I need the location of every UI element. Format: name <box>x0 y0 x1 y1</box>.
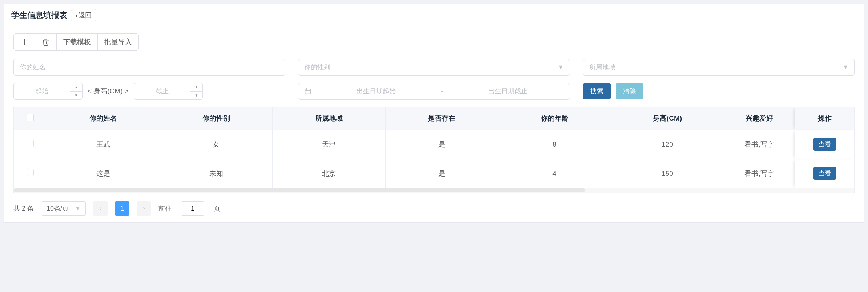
view-button[interactable]: 查看 <box>813 167 836 180</box>
page-size-select[interactable]: 10条/页 ▼ <box>41 201 86 216</box>
table-wrap: 你的姓名 你的性别 所属地域 是否存在 你的年龄 身高(CM) 兴趣爱好 操作 … <box>13 107 855 193</box>
goto-prefix: 前往 <box>158 204 172 213</box>
height-to-stepper[interactable]: 截止 ▲ ▼ <box>134 83 203 100</box>
back-button[interactable]: ‹ 返回 <box>71 9 96 21</box>
horizontal-scrollbar[interactable] <box>13 188 855 193</box>
filter-row-1: 你的性别 ▼ 所属地域 ▼ <box>13 59 855 76</box>
cell-name: 这是 <box>47 159 160 188</box>
bulk-import-button[interactable]: 批量导入 <box>98 33 139 51</box>
height-from-stepper[interactable]: 起始 ▲ ▼ <box>13 83 83 100</box>
col-gender: 你的性别 <box>160 107 272 130</box>
height-to-value: 截止 <box>134 83 190 99</box>
col-age: 你的年龄 <box>498 107 611 130</box>
birth-from-placeholder: 出生日期起始 <box>320 87 432 96</box>
region-select-placeholder: 所属地域 <box>589 63 615 72</box>
table-header-row: 你的姓名 你的性别 所属地域 是否存在 你的年龄 身高(CM) 兴趣爱好 操作 <box>14 107 855 130</box>
birth-range-sep: - <box>441 88 443 95</box>
step-down-icon[interactable]: ▼ <box>190 91 202 100</box>
scrollbar-thumb[interactable] <box>14 188 585 192</box>
cell-hobby: 看书,写字 <box>724 159 795 188</box>
col-name: 你的姓名 <box>47 107 160 130</box>
birth-date-range[interactable]: 出生日期起始 - 出生日期截止 <box>298 83 570 100</box>
cell-height: 120 <box>611 130 724 159</box>
panel-header: 学生信息填报表 ‹ 返回 <box>4 4 864 27</box>
next-page-button[interactable]: › <box>137 201 151 216</box>
add-button[interactable] <box>13 33 35 51</box>
page-title: 学生信息填报表 <box>11 10 67 21</box>
table-row: 这是 未知 北京 是 4 150 看书,写字 查看 <box>14 159 855 188</box>
cell-name: 王武 <box>47 130 160 159</box>
cell-region: 天津 <box>273 130 385 159</box>
gender-select[interactable]: 你的性别 ▼ <box>298 59 570 76</box>
col-hobby: 兴趣爱好 <box>724 107 795 130</box>
height-range-label: < 身高(CM) > <box>86 86 130 96</box>
gender-select-placeholder: 你的性别 <box>304 63 330 72</box>
cell-height: 150 <box>611 159 724 188</box>
name-input[interactable] <box>13 59 285 76</box>
search-button[interactable]: 搜索 <box>583 83 611 99</box>
step-down-icon[interactable]: ▼ <box>70 91 82 100</box>
table-row: 王武 女 天津 是 8 120 看书,写字 查看 <box>14 130 855 159</box>
cell-gender: 未知 <box>160 159 272 188</box>
cell-age: 4 <box>498 159 611 188</box>
col-exists: 是否存在 <box>385 107 498 130</box>
height-from-value: 起始 <box>14 83 70 99</box>
chevron-left-icon: ‹ <box>76 12 78 19</box>
goto-suffix: 页 <box>214 204 220 213</box>
total-text: 共 2 条 <box>13 204 34 213</box>
prev-page-button[interactable]: ‹ <box>93 201 108 216</box>
trash-icon <box>42 38 50 46</box>
row-checkbox[interactable] <box>27 169 34 176</box>
calendar-icon <box>304 88 312 95</box>
download-template-button[interactable]: 下载模板 <box>57 33 98 51</box>
delete-button[interactable] <box>35 33 57 51</box>
data-table: 你的姓名 你的性别 所属地域 是否存在 你的年龄 身高(CM) 兴趣爱好 操作 … <box>13 107 855 188</box>
select-all-checkbox[interactable] <box>27 114 34 121</box>
stepper-controls: ▲ ▼ <box>190 83 202 99</box>
panel: 学生信息填报表 ‹ 返回 下载模板 批量导入 <box>4 4 864 223</box>
svg-rect-2 <box>305 89 311 94</box>
toolbar: 下载模板 批量导入 <box>13 33 139 51</box>
cell-exists: 是 <box>385 159 498 188</box>
chevron-down-icon: ▼ <box>75 206 80 211</box>
view-button[interactable]: 查看 <box>813 138 836 151</box>
stepper-controls: ▲ ▼ <box>70 83 82 99</box>
chevron-down-icon: ▼ <box>843 64 848 70</box>
step-up-icon[interactable]: ▲ <box>190 83 202 91</box>
region-select[interactable]: 所属地域 ▼ <box>583 59 855 76</box>
row-checkbox[interactable] <box>27 140 34 147</box>
pager: 共 2 条 10条/页 ▼ ‹ 1 › 前往 页 <box>13 201 855 216</box>
cell-exists: 是 <box>385 130 498 159</box>
goto-page-input[interactable] <box>181 201 204 216</box>
chevron-down-icon: ▼ <box>558 64 564 70</box>
col-region: 所属地域 <box>273 107 385 130</box>
panel-body: 下载模板 批量导入 你的性别 ▼ 所属地域 ▼ <box>4 27 864 222</box>
back-button-label: 返回 <box>79 11 92 20</box>
plus-icon <box>20 38 28 46</box>
filter-row-2: 起始 ▲ ▼ < 身高(CM) > 截止 ▲ ▼ <box>13 83 855 100</box>
page-size-label: 10条/页 <box>47 204 69 213</box>
cell-region: 北京 <box>273 159 385 188</box>
page-number[interactable]: 1 <box>115 201 129 216</box>
birth-to-placeholder: 出生日期截止 <box>452 87 564 96</box>
clear-button[interactable]: 清除 <box>616 83 643 99</box>
col-action: 操作 <box>795 107 854 130</box>
step-up-icon[interactable]: ▲ <box>70 83 82 91</box>
cell-hobby: 看书,写字 <box>724 130 795 159</box>
col-height: 身高(CM) <box>611 107 724 130</box>
cell-gender: 女 <box>160 130 272 159</box>
cell-age: 8 <box>498 130 611 159</box>
